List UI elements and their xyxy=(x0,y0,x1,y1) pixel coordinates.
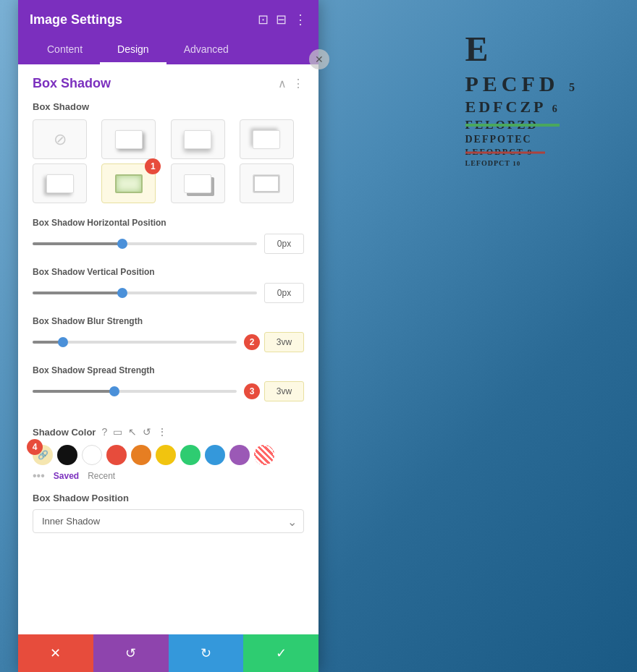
color-label-row: Shadow Color ? ▭ ↖ ↺ ⋮ xyxy=(33,426,304,438)
recent-button[interactable]: Recent xyxy=(88,471,115,481)
badge-3: 3 xyxy=(244,383,260,399)
green-bar xyxy=(465,124,560,127)
color-more-icon[interactable]: ⋮ xyxy=(157,426,167,438)
save-button[interactable]: ✓ xyxy=(243,634,318,672)
badge-2: 2 xyxy=(244,334,260,350)
shadow-preset-right-bottom[interactable] xyxy=(101,119,156,159)
tab-bar: Content Design Advanced xyxy=(30,36,307,64)
horizontal-slider-thumb[interactable] xyxy=(117,239,127,249)
color-swatches: 4 🔗 xyxy=(33,445,304,465)
saved-recent-row: ••• Saved Recent xyxy=(33,465,304,482)
section-title: Box Shadow xyxy=(33,76,111,91)
horizontal-slider-row: Box Shadow Horizontal Position 0px xyxy=(33,218,304,254)
more-options-icon[interactable]: ⋮ xyxy=(294,12,307,27)
position-label: Box Shadow Position xyxy=(33,493,304,503)
panel-header: Image Settings ⊡ ⊟ ⋮ Content Design Adva… xyxy=(18,0,318,64)
horizontal-slider-control: 0px xyxy=(33,234,304,254)
horizontal-slider-label: Box Shadow Horizontal Position xyxy=(33,218,304,228)
color-swatch-purple[interactable] xyxy=(229,445,250,465)
spread-slider-thumb[interactable] xyxy=(109,386,119,396)
shadow-preset-top-right[interactable] xyxy=(240,119,294,159)
shadow-preset-left-bottom[interactable] xyxy=(33,163,87,203)
vertical-slider-fill xyxy=(33,292,122,294)
color-cursor-icon[interactable]: ↖ xyxy=(128,426,137,438)
chart-line-e: E xyxy=(465,29,580,69)
red-bar xyxy=(465,151,545,153)
blur-slider-control: 2 3vw xyxy=(33,332,304,352)
horizontal-slider-track xyxy=(33,242,257,245)
color-reset-icon[interactable]: ↺ xyxy=(143,426,151,438)
shadow-preset-heavy[interactable] xyxy=(171,163,225,203)
color-swatch-blue[interactable] xyxy=(205,445,225,465)
vertical-slider-label: Box Shadow Vertical Position xyxy=(33,267,304,277)
blur-slider-row: Box Shadow Blur Strength 2 3vw xyxy=(33,316,304,352)
spread-slider-track xyxy=(33,390,237,393)
blur-slider-track-wrap[interactable] xyxy=(33,341,237,344)
vertical-slider-track xyxy=(33,292,257,294)
color-swatch-orange[interactable] xyxy=(131,445,151,465)
spread-slider-value[interactable]: 3vw xyxy=(264,381,304,401)
vertical-slider-row: Box Shadow Vertical Position 0px xyxy=(33,267,304,303)
box-shadow-field-label: Box Shadow xyxy=(33,101,304,112)
color-swatch-white[interactable] xyxy=(82,445,102,465)
vertical-slider-track-wrap[interactable] xyxy=(33,292,257,294)
collapse-icon[interactable]: ∧ xyxy=(278,77,287,90)
box-shadow-section: Box Shadow ∧ ⋮ Box Shadow xyxy=(18,64,318,426)
color-tablet-icon[interactable]: ▭ xyxy=(113,426,122,438)
color-swatch-yellow[interactable] xyxy=(156,445,176,465)
position-select-wrap: Outer Shadow Inner Shadow xyxy=(33,509,304,533)
position-select[interactable]: Outer Shadow Inner Shadow xyxy=(33,509,304,533)
shadow-presets-grid: 1 xyxy=(33,119,304,203)
horizontal-slider-fill xyxy=(33,242,122,245)
color-label: Shadow Color xyxy=(33,427,96,438)
tab-content[interactable]: Content xyxy=(30,36,100,64)
redo-button[interactable]: ↻ xyxy=(169,634,244,672)
panel-title: Image Settings xyxy=(30,12,122,27)
color-swatch-green[interactable] xyxy=(180,445,201,465)
reset-button[interactable]: ↺ xyxy=(93,634,169,672)
section-actions: ∧ ⋮ xyxy=(278,77,304,90)
chart-line-6: LEFODPCT 10 xyxy=(465,159,580,167)
shadow-preset-inner-glow[interactable]: 1 xyxy=(101,163,156,203)
blur-slider-value[interactable]: 3vw xyxy=(264,332,304,352)
chart-line-4: DEFPOTEC xyxy=(465,134,580,145)
color-swatch-black[interactable] xyxy=(57,445,77,465)
color-dots-button[interactable]: ••• xyxy=(33,469,45,482)
blur-slider-thumb[interactable] xyxy=(58,337,68,347)
chart-line-2: EDFCZP 6 xyxy=(465,98,580,116)
vertical-slider-value[interactable]: 0px xyxy=(264,283,304,303)
expand-icon[interactable]: ⊡ xyxy=(258,12,269,27)
tab-design[interactable]: Design xyxy=(100,36,166,64)
shadow-preset-bottom[interactable] xyxy=(171,119,225,159)
shadow-preset-none[interactable] xyxy=(33,119,87,159)
saved-button[interactable]: Saved xyxy=(54,471,79,481)
cancel-button[interactable]: ✕ xyxy=(18,634,93,672)
chart-line-1: PECFD 5 xyxy=(465,72,580,96)
panel-footer: ✕ ↺ ↻ ✓ xyxy=(18,634,318,672)
close-overlay-button[interactable]: ✕ xyxy=(309,49,329,69)
horizontal-slider-track-wrap[interactable] xyxy=(33,242,257,245)
color-link-swatch-wrap: 4 🔗 xyxy=(33,445,53,465)
tab-advanced[interactable]: Advanced xyxy=(166,36,246,64)
title-row: Image Settings ⊡ ⊟ ⋮ xyxy=(30,12,307,27)
spread-slider-track-wrap[interactable] xyxy=(33,390,237,393)
panel-title-icons: ⊡ ⊟ ⋮ xyxy=(258,12,307,27)
spread-slider-label: Box Shadow Spread Strength xyxy=(33,365,304,375)
horizontal-slider-value[interactable]: 0px xyxy=(264,234,304,254)
spread-slider-fill xyxy=(33,390,114,393)
vertical-slider-thumb[interactable] xyxy=(117,288,127,298)
shadow-preset-inner-thin[interactable] xyxy=(240,163,294,203)
badge-4: 4 xyxy=(27,439,43,455)
section-more-icon[interactable]: ⋮ xyxy=(292,77,304,90)
columns-icon[interactable]: ⊟ xyxy=(276,12,287,27)
color-help-icon[interactable]: ? xyxy=(101,426,107,438)
color-swatch-red[interactable] xyxy=(106,445,127,465)
blur-slider-track xyxy=(33,341,237,344)
vertical-slider-control: 0px xyxy=(33,283,304,303)
blur-slider-label: Box Shadow Blur Strength xyxy=(33,316,304,326)
spread-slider-control: 3 3vw xyxy=(33,381,304,401)
spread-slider-row: Box Shadow Spread Strength 3 3vw xyxy=(33,365,304,401)
position-section: Box Shadow Position Outer Shadow Inner S… xyxy=(18,493,318,533)
color-swatch-striped[interactable] xyxy=(254,445,274,465)
settings-panel: Image Settings ⊡ ⊟ ⋮ Content Design Adva… xyxy=(18,0,318,672)
